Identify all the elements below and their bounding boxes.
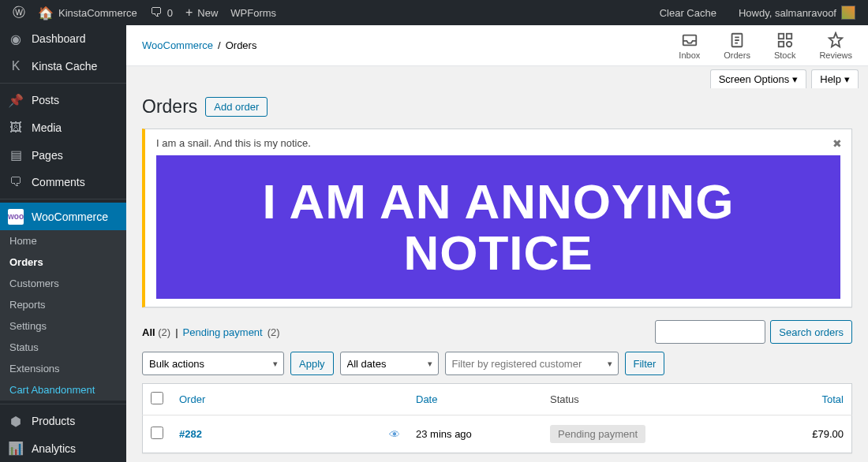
tablenav-top: Bulk actions Apply All dates Filter by r… xyxy=(142,352,852,375)
submenu-reports[interactable]: Reports xyxy=(0,294,126,315)
col-total[interactable]: Total xyxy=(759,384,851,415)
admin-menu: ◉Dashboard KKinsta Cache 📌Posts 🖼Media ▤… xyxy=(0,25,126,462)
new-content[interactable]: +New xyxy=(179,0,224,25)
submenu-customers[interactable]: Customers xyxy=(0,273,126,294)
breadcrumb-leaf: Orders xyxy=(226,39,257,51)
customer-filter-select[interactable]: Filter by registered customer xyxy=(445,352,619,375)
apply-button[interactable]: Apply xyxy=(290,352,334,375)
submenu-settings[interactable]: Settings xyxy=(0,315,126,337)
activity-reviews[interactable]: Reviews xyxy=(819,32,852,60)
notice-text: I am a snail. And this is my notice. xyxy=(156,137,840,149)
avatar xyxy=(841,6,855,20)
wp-logo[interactable]: ⓦ xyxy=(6,0,32,25)
status-filters: All (2) | Pending payment (2) xyxy=(142,326,280,338)
orders-icon xyxy=(728,32,746,49)
activity-panel: Inbox Orders Stock Reviews xyxy=(679,32,852,60)
plus-icon: + xyxy=(185,6,193,20)
woocommerce-icon: woo xyxy=(8,209,24,225)
add-order-button[interactable]: Add order xyxy=(205,97,268,117)
filter-all-label[interactable]: All xyxy=(142,326,155,338)
orders-label: Orders xyxy=(724,50,750,60)
dismiss-notice-button[interactable]: ✖ xyxy=(829,136,845,151)
screen-options-label: Screen Options xyxy=(719,73,790,85)
howdy-label: Howdy, salmanravoof xyxy=(739,7,836,19)
bulk-actions-select[interactable]: Bulk actions xyxy=(142,352,284,375)
col-date[interactable]: Date xyxy=(408,384,542,415)
menu-woocommerce-label: WooCommerce xyxy=(32,211,108,223)
comments-link[interactable]: 🗨0 xyxy=(144,0,179,25)
preview-icon[interactable]: 👁 xyxy=(389,428,400,441)
search-orders-button[interactable]: Search orders xyxy=(770,320,852,344)
menu-media[interactable]: 🖼Media xyxy=(0,114,126,142)
menu-separator xyxy=(0,404,126,404)
svg-rect-3 xyxy=(786,33,791,38)
page-icon: ▤ xyxy=(8,147,24,163)
date-filter-select[interactable]: All dates xyxy=(340,352,439,375)
table-row[interactable]: #282👁 23 mins ago Pending payment £79.00 xyxy=(143,415,852,453)
col-status[interactable]: Status xyxy=(542,384,759,415)
breadcrumb-sep: / xyxy=(218,39,221,51)
activity-orders[interactable]: Orders xyxy=(724,32,750,60)
submenu-cart-abandonment[interactable]: Cart Abandonment xyxy=(0,379,126,401)
menu-kinsta-cache[interactable]: KKinsta Cache xyxy=(0,53,126,80)
submenu-orders[interactable]: Orders xyxy=(0,251,126,273)
breadcrumb-root[interactable]: WooCommerce xyxy=(142,39,213,51)
content: WooCommerce / Orders Inbox Orders Stock xyxy=(126,25,868,462)
menu-comments[interactable]: 🗨Comments xyxy=(0,169,126,196)
wordpress-icon: ⓦ xyxy=(13,5,25,21)
site-name[interactable]: 🏠KinstaCommerce xyxy=(32,0,144,25)
menu-comments-label: Comments xyxy=(32,176,85,188)
menu-analytics[interactable]: 📊Analytics xyxy=(0,435,126,463)
filter-pending-count: (2) xyxy=(268,326,280,338)
menu-separator xyxy=(0,199,126,199)
filter-pending[interactable]: Pending payment xyxy=(183,326,263,338)
help-label: Help xyxy=(820,73,841,85)
screen-meta: Screen Options▾ Help▾ xyxy=(126,66,868,88)
filter-button[interactable]: Filter xyxy=(625,352,665,375)
kinsta-icon: K xyxy=(8,58,24,74)
order-total: £79.00 xyxy=(759,415,851,453)
filter-sep: | xyxy=(175,326,178,338)
dashboard-icon: ◉ xyxy=(8,31,24,47)
help-tab[interactable]: Help▾ xyxy=(811,69,859,88)
breadcrumb: WooCommerce / Orders xyxy=(142,39,256,51)
menu-woocommerce[interactable]: wooWooCommerce xyxy=(0,203,126,230)
howdy[interactable]: Howdy, salmanravoof xyxy=(732,0,862,25)
search-input[interactable] xyxy=(655,320,765,344)
activity-inbox[interactable]: Inbox xyxy=(679,32,700,60)
menu-kinsta-label: Kinsta Cache xyxy=(32,60,97,73)
screen-options-tab[interactable]: Screen Options▾ xyxy=(710,69,807,88)
comment-icon: 🗨 xyxy=(8,174,24,190)
clear-cache[interactable]: Clear Cache xyxy=(653,0,723,25)
clear-cache-label: Clear Cache xyxy=(660,7,716,19)
page-title: Orders xyxy=(142,96,197,117)
svg-point-5 xyxy=(786,41,791,46)
svg-rect-2 xyxy=(778,33,783,38)
menu-posts-label: Posts xyxy=(32,94,59,106)
top-bar: WooCommerce / Orders Inbox Orders Stock xyxy=(126,25,868,66)
submenu-extensions[interactable]: Extensions xyxy=(0,358,126,379)
search-box: Search orders xyxy=(655,320,852,344)
menu-analytics-label: Analytics xyxy=(32,442,76,455)
menu-pages[interactable]: ▤Pages xyxy=(0,141,126,169)
menu-posts[interactable]: 📌Posts xyxy=(0,87,126,114)
new-label: New xyxy=(197,7,218,19)
products-icon: ⬢ xyxy=(8,413,24,429)
col-order[interactable]: Order xyxy=(171,384,408,415)
page-title-row: Orders Add order xyxy=(142,96,852,117)
submenu-status[interactable]: Status xyxy=(0,337,126,358)
menu-products[interactable]: ⬢Products xyxy=(0,408,126,435)
col-check xyxy=(143,384,172,415)
activity-stock[interactable]: Stock xyxy=(774,32,796,60)
row-checkbox[interactable] xyxy=(151,427,163,439)
notice-banner: I AM AN ANNOYING NOTICE xyxy=(156,155,840,299)
inbox-label: Inbox xyxy=(679,50,700,60)
order-link[interactable]: #282 xyxy=(179,428,202,440)
comment-icon: 🗨 xyxy=(150,6,163,20)
menu-dashboard[interactable]: ◉Dashboard xyxy=(0,25,126,53)
home-icon: 🏠 xyxy=(38,6,54,20)
wpforms-link[interactable]: WPForms xyxy=(224,0,282,25)
submenu-home[interactable]: Home xyxy=(0,230,126,251)
select-all-checkbox[interactable] xyxy=(151,392,163,404)
menu-separator xyxy=(0,83,126,84)
